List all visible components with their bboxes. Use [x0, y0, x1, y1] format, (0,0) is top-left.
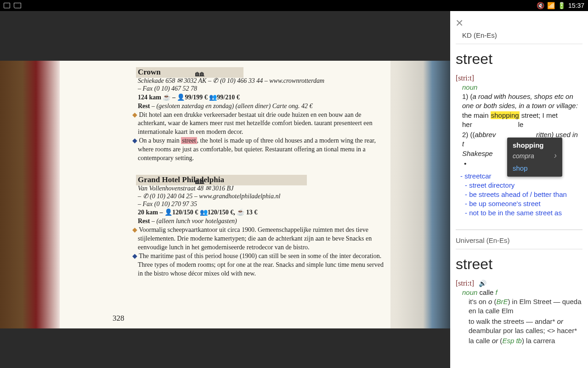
dictionary-source-2[interactable]: Universal (En-Es)	[456, 230, 582, 249]
image-notification-icon	[4, 3, 10, 8]
headword-2: street	[456, 256, 582, 273]
battery-icon: 🔋	[558, 2, 565, 9]
guidebook-entry: 🏘 Crown Schiekade 658 ✉ 3032 AK – ✆ (0 1…	[138, 67, 384, 163]
cross-reference-list: - streetcar - street directory - be stre…	[460, 172, 582, 217]
close-icon[interactable]: ×	[456, 17, 463, 29]
book-photo: 🏘 Crown Schiekade 658 ✉ 3032 AK – ✆ (0 1…	[0, 61, 450, 328]
hotel-restaurant: Rest – (gesloten zaterdag en zondag) (al…	[138, 102, 384, 111]
headword: street	[456, 51, 582, 68]
clock: 15:37	[568, 2, 584, 9]
hotel-icon: 🏘	[195, 67, 204, 80]
camera-bottom-bar	[0, 328, 450, 368]
book-page: 🏘 Crown Schiekade 658 ✉ 3032 AK – ✆ (0 1…	[60, 61, 390, 328]
hotel-fax: – Fax (0 10) 467 52 78	[138, 85, 384, 93]
hotel-desc-en: ◆ On a busy main street, the hotel is ma…	[138, 137, 384, 163]
hotel-room-info: 20 kam – 👤120/150 € 👥120/150 €, ☕ 13 €	[138, 208, 384, 217]
part-of-speech: noun	[462, 83, 582, 91]
page-number: 328	[113, 313, 124, 324]
guidebook-entry: 🏘 Grand Hotel Philadelphia Van Vollenhov…	[138, 175, 384, 278]
example-2b: to walk the streets — andar* or deambula…	[469, 317, 582, 336]
dictionary-panel: × KD (En-Es) street [stri:t] noun 1) (a …	[450, 11, 588, 368]
cast-icon	[14, 3, 21, 8]
speaker-icon[interactable]: 🔊	[479, 280, 486, 287]
ocr-highlighted-word[interactable]: street	[181, 137, 197, 144]
hotel-name: Crown	[136, 67, 243, 78]
hotel-desc-nl: ◆ Voormalig scheepvaartkantoor uit circa…	[138, 226, 384, 252]
tooltip-related-link[interactable]: shop	[513, 164, 557, 172]
tooltip-headword: shopping	[513, 141, 557, 149]
tooltip-translation[interactable]: compra ›	[513, 151, 557, 161]
ipa-row: [stri:t] 🔊	[456, 279, 582, 288]
wifi-icon: 📶	[547, 2, 555, 9]
hotel-restaurant: Rest – (alleen lunch voor hotelgasten)	[138, 217, 384, 226]
android-status-bar: 🔇 📶 🔋 15:37	[0, 0, 588, 11]
xref-link[interactable]: - not to be in the same street as	[465, 209, 582, 217]
hotel-fax: – Fax (0 10) 270 97 35	[138, 200, 384, 209]
hotel-room-info: 124 kam ☕ – 👤99/199 € 👥99/210 €	[138, 93, 384, 102]
main-area: 🏘 Crown Schiekade 658 ✉ 3032 AK – ✆ (0 1…	[0, 11, 588, 368]
ipa-transcription: [stri:t]	[456, 74, 582, 82]
camera-view[interactable]: 🏘 Crown Schiekade 658 ✉ 3032 AK – ✆ (0 1…	[0, 11, 450, 368]
translation-line: noun calle f	[462, 288, 582, 296]
highlighted-lookup-word[interactable]: shopping	[491, 111, 520, 119]
mute-icon: 🔇	[537, 2, 544, 9]
example-2a: it's on o (BrE) in Elm Street — queda en…	[469, 297, 582, 316]
status-left-icons	[4, 3, 21, 8]
hotel-desc-nl: ◆ Dit hotel aan een drukke verkeersader …	[138, 111, 384, 137]
lookup-tooltip[interactable]: shopping compra › shop	[507, 138, 562, 177]
chevron-right-icon[interactable]: ›	[554, 151, 557, 161]
dictionary-source[interactable]: KD (En-Es)	[456, 30, 582, 44]
xref-link[interactable]: - be streets ahead of / better than	[465, 190, 582, 198]
camera-top-bar	[0, 11, 450, 61]
status-right-icons: 🔇 📶 🔋 15:37	[537, 2, 584, 9]
sense-1: 1) (a road with houses, shops etc on one…	[462, 92, 582, 129]
xref-link[interactable]: - be up someone's street	[465, 200, 582, 207]
xref-link[interactable]: - street directory	[465, 181, 582, 189]
ipa-transcription-2: [stri:t]	[456, 279, 474, 287]
hotel-desc-en: ◆ The maritime past of this period house…	[138, 252, 384, 278]
hotel-name: Grand Hotel Philadelphia	[136, 175, 307, 185]
example-2c: la calle or (Esp tb) la carrera	[469, 336, 582, 345]
hotel-icon: 🏘	[195, 175, 204, 187]
